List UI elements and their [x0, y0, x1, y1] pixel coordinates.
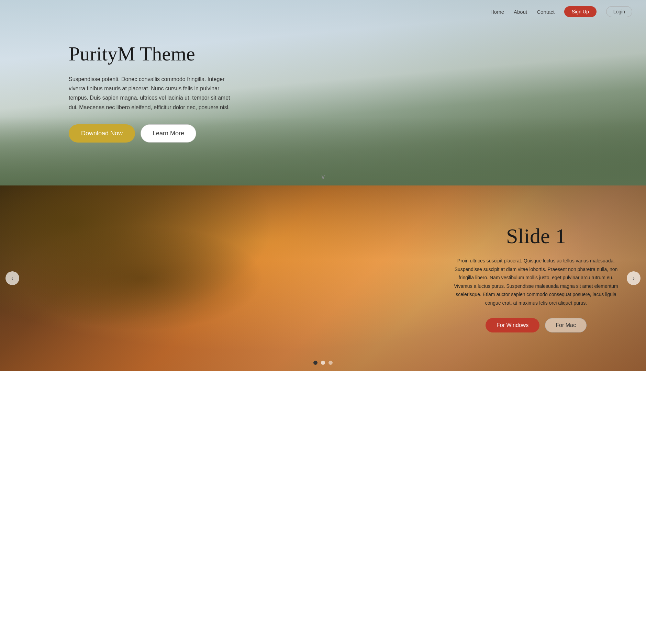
carousel-dot-1[interactable]: [313, 361, 318, 365]
carousel-dot-2[interactable]: [321, 361, 325, 365]
hero-buttons: Download Now Learn More: [69, 124, 234, 143]
slide-section: ‹ › Slide 1 Proin ultrices suscipit plac…: [0, 185, 646, 371]
signup-button[interactable]: Sign Up: [564, 6, 597, 17]
slide-buttons: For Windows For Mac: [454, 318, 619, 332]
hero-description: Suspendisse potenti. Donec convallis com…: [69, 75, 234, 112]
slide-description: Proin ultrices suscipit placerat. Quisqu…: [454, 257, 619, 307]
nav-home[interactable]: Home: [490, 9, 504, 15]
hero-title: PurityM Theme: [69, 43, 234, 65]
download-button[interactable]: Download Now: [69, 124, 135, 143]
nav-links: Home About Contact Sign Up Login: [490, 6, 632, 17]
carousel-prev-button[interactable]: ‹: [5, 271, 19, 285]
for-windows-button[interactable]: For Windows: [486, 318, 539, 332]
slide-title: Slide 1: [454, 224, 619, 248]
navbar: Home About Contact Sign Up Login: [0, 0, 646, 23]
for-mac-button[interactable]: For Mac: [545, 318, 587, 332]
login-button[interactable]: Login: [606, 6, 632, 17]
hero-chevron: ∨: [321, 172, 326, 181]
hero-section: PurityM Theme Suspendisse potenti. Donec…: [0, 0, 646, 185]
carousel-dot-3[interactable]: [328, 361, 333, 365]
slide-content: Slide 1 Proin ultrices suscipit placerat…: [454, 224, 619, 332]
learn-more-button[interactable]: Learn More: [141, 124, 196, 143]
hero-content: PurityM Theme Suspendisse potenti. Donec…: [0, 43, 234, 143]
nav-contact[interactable]: Contact: [537, 9, 555, 15]
carousel-dots: [313, 361, 333, 365]
carousel-next-button[interactable]: ›: [627, 271, 641, 285]
nav-about[interactable]: About: [514, 9, 527, 15]
